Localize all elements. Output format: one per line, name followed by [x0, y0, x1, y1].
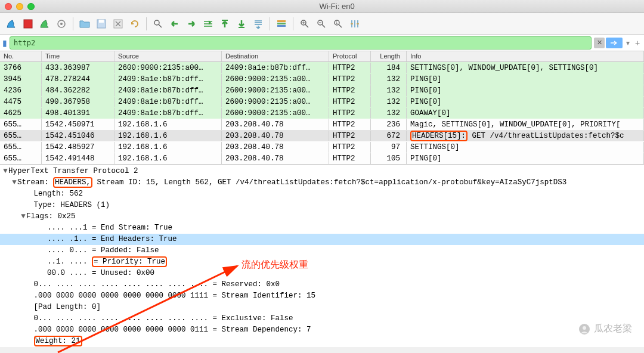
col-protocol[interactable]: Protocol — [329, 51, 371, 61]
packet-list-header: No. Time Source Destination Protocol Len… — [0, 51, 644, 62]
details-flags[interactable]: Flags: 0x25 — [26, 212, 76, 221]
details-stream-pre: Stream: — [17, 178, 53, 187]
titlebar: Wi-Fi: en0 — [0, 0, 644, 13]
clear-filter-button[interactable]: ✕ — [594, 38, 605, 48]
restart-capture-button[interactable] — [37, 16, 52, 32]
add-filter-button[interactable]: + — [633, 38, 642, 48]
apply-filter-button[interactable] — [606, 38, 623, 48]
packet-details[interactable]: ▼HyperText Transfer Protocol 2 ▼Stream: … — [0, 164, 644, 347]
filter-dropdown-button[interactable]: ▾ — [624, 38, 632, 48]
close-file-button[interactable] — [110, 16, 126, 32]
col-no[interactable]: No. — [0, 51, 42, 61]
find-button[interactable] — [150, 16, 166, 32]
col-time[interactable]: Time — [42, 51, 114, 61]
display-filter-input[interactable]: http2 — [10, 36, 592, 49]
close-window-button[interactable] — [5, 3, 12, 10]
headers-info-highlight: HEADERS[15]: — [410, 131, 467, 141]
col-length[interactable]: Length — [371, 51, 407, 61]
details-pad-length[interactable]: [Pad Length: 0] — [34, 303, 101, 311]
svg-line-14 — [305, 24, 308, 27]
colorize-button[interactable] — [274, 16, 289, 32]
table-row[interactable]: 655…1542.491448192.168.1.6203.208.40.78H… — [0, 153, 644, 164]
flag-unused[interactable]: 00.0 .... = Unused: 0x00 — [47, 269, 154, 277]
save-file-button[interactable] — [94, 16, 109, 32]
svg-rect-4 — [99, 20, 104, 23]
next-packet-button[interactable] — [184, 16, 199, 32]
details-stream-post: Stream ID: 15, Length 562, GET /v4/threa… — [92, 178, 566, 187]
details-type[interactable]: Type: HEADERS (1) — [34, 201, 110, 209]
packet-list[interactable]: 3766433.3639872600:9000:2135:a00…2409:8a… — [0, 62, 644, 164]
zoom-in-button[interactable] — [297, 16, 312, 32]
col-source[interactable]: Source — [114, 51, 222, 61]
details-stream-id[interactable]: .000 0000 0000 0000 0000 0000 0000 1111 … — [34, 292, 316, 300]
flag-end-headers[interactable]: .... .1.. = End Headers: True — [47, 235, 177, 243]
maximize-window-button[interactable] — [27, 3, 35, 10]
details-reserved[interactable]: 0... .... .... .... .... .... .... .... … — [34, 280, 280, 289]
table-row[interactable]: 655…1542.450971192.168.1.6203.208.40.78H… — [0, 119, 644, 130]
bookmark-icon[interactable]: ▮ — [2, 38, 7, 48]
auto-scroll-button[interactable] — [250, 16, 266, 32]
svg-rect-12 — [277, 25, 286, 27]
zoom-out-button[interactable] — [314, 16, 329, 32]
col-destination[interactable]: Destination — [222, 51, 329, 61]
table-row[interactable]: 3766433.3639872600:9000:2135:a00…2409:8a… — [0, 62, 644, 73]
annotation-text: 流的优先级权重 — [242, 259, 308, 270]
open-file-button[interactable] — [77, 16, 92, 32]
svg-line-18 — [322, 24, 325, 27]
watermark: 瓜农老梁 — [578, 323, 632, 335]
details-stream-dep[interactable]: .000 0000 0000 0000 0000 0000 0000 0111 … — [34, 326, 311, 334]
details-length[interactable]: Length: 562 — [34, 190, 83, 198]
details-root[interactable]: HyperText Transfer Protocol 2 — [8, 167, 138, 175]
reload-button[interactable] — [127, 16, 143, 32]
flag-end-stream[interactable]: .... ...1 = End Stream: True — [47, 224, 172, 232]
zoom-reset-button[interactable]: 1 — [330, 16, 346, 32]
priority-highlight: = Priority: True — [92, 256, 167, 267]
table-row[interactable]: 655…1542.485927192.168.1.6203.208.40.78H… — [0, 141, 644, 153]
options-button[interactable] — [54, 16, 69, 32]
svg-point-6 — [154, 20, 159, 25]
table-row[interactable]: 4625498.4013912409:8a1e:b87b:dff…2600:90… — [0, 107, 644, 119]
details-exclusive[interactable]: 0... .... .... .... .... .... .... .... … — [34, 314, 293, 323]
svg-point-2 — [60, 23, 63, 25]
toolbar: 1 — [0, 13, 644, 35]
flag-priority-pre: ..1. .... — [47, 258, 92, 266]
svg-point-28 — [583, 326, 586, 330]
table-row[interactable]: 3945478.2782442409:8a1e:b87b:dff…2600:90… — [0, 73, 644, 85]
filter-text: http2 — [14, 39, 35, 47]
window-title: Wi-Fi: en0 — [35, 2, 639, 11]
shark-fin-icon[interactable] — [4, 16, 19, 32]
last-packet-button[interactable] — [234, 16, 249, 32]
table-row[interactable]: 655…1542.451046192.168.1.6203.208.40.78H… — [0, 130, 644, 141]
filter-bar: ▮ http2 ✕ ▾ + — [0, 35, 644, 51]
svg-text:1: 1 — [336, 21, 338, 24]
svg-rect-0 — [24, 20, 32, 28]
svg-line-21 — [339, 24, 342, 27]
headers-highlight: HEADERS, — [53, 177, 92, 188]
table-row[interactable]: 4475490.3679582409:8a1e:b87b:dff…2600:90… — [0, 96, 644, 107]
prev-packet-button[interactable] — [167, 16, 182, 32]
svg-rect-11 — [277, 23, 286, 24]
first-packet-button[interactable] — [217, 16, 233, 32]
stop-capture-button[interactable] — [20, 16, 36, 32]
goto-packet-button[interactable] — [200, 16, 216, 32]
weight-highlight: Weight: 21 — [34, 336, 82, 346]
resize-columns-button[interactable] — [347, 16, 363, 32]
col-info[interactable]: Info — [407, 51, 644, 61]
minimize-window-button[interactable] — [16, 3, 23, 10]
svg-line-7 — [159, 24, 162, 27]
table-row[interactable]: 4236484.3622822409:8a1e:b87b:dff…2600:90… — [0, 85, 644, 96]
traffic-lights — [5, 3, 35, 10]
svg-rect-10 — [277, 20, 286, 22]
flag-padded[interactable]: .... 0... = Padded: False — [47, 246, 159, 255]
